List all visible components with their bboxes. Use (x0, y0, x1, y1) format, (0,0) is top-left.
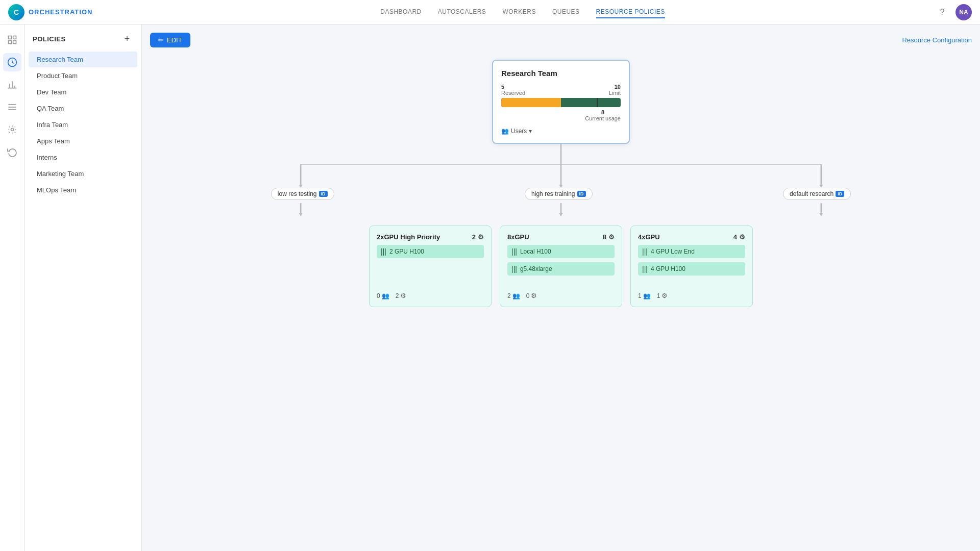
sidebar-item-product-team[interactable]: Product Team (29, 68, 137, 84)
chevron-down-icon: ▾ (529, 128, 532, 135)
app-logo: C (8, 4, 24, 20)
footer-users-2xgpu: 0 👥 (377, 292, 389, 299)
footer-tasks-2xgpu: 2 ⚙ (396, 292, 407, 299)
resource-card-4xgpu-footer: 1 👥 1 ⚙ (638, 290, 745, 299)
resource-card-2xgpu-count: 2 ⚙ (472, 233, 484, 241)
top-nav: C ORCHESTRATION DASHBOARD AUTOSCALERS WO… (0, 0, 980, 24)
iconbar-item-5[interactable] (3, 120, 21, 139)
queue-label-low-res[interactable]: low res testing ID (271, 188, 334, 200)
resource-card-4xgpu-count: 4 ⚙ (733, 233, 745, 241)
sidebar-item-apps-team[interactable]: Apps Team (29, 133, 137, 149)
resource-item-2gpu-h100: ||| 2 GPU H100 (377, 245, 484, 258)
users-footer-icon-4xgpu: 👥 (643, 292, 651, 299)
help-icon-btn[interactable]: ? (935, 5, 949, 19)
resource-card-4xgpu: 4xGPU 4 ⚙ ||| 4 GPU Low End ||| 4 GPU H1… (630, 226, 753, 307)
usage-bar-current-marker (597, 98, 598, 107)
root-node-research-team: Research Team 5 Reserved 10 Limit (492, 60, 630, 144)
usage-bar-reserved (501, 98, 561, 107)
sidebar-item-interns[interactable]: Interns (29, 149, 137, 165)
footer-tasks-4xgpu: 1 ⚙ (657, 292, 668, 299)
queue-label-default-research[interactable]: default research ID (783, 188, 851, 200)
nav-autoscalers[interactable]: AUTOSCALERS (438, 6, 486, 18)
resource-card-8xgpu-count: 8 ⚙ (603, 233, 615, 241)
gpu-bar-icon-4: ||| (642, 247, 648, 256)
usage-labels: 5 Reserved 10 Limit (501, 84, 621, 96)
main-content: ✏ EDIT Resource Configuration Research T… (142, 24, 980, 551)
resource-card-4xgpu-title: 4xGPU (638, 233, 660, 241)
nav-resource-policies[interactable]: RESOURCE POLICIES (596, 6, 665, 18)
resource-item-g548xlarge: ||| g5.48xlarge (507, 262, 615, 276)
nav-queues[interactable]: QUEUES (552, 6, 580, 18)
nav-workers[interactable]: WORKERS (502, 6, 536, 18)
gear-icon-8xgpu[interactable]: ⚙ (608, 233, 615, 241)
sidebar-item-dev-team[interactable]: Dev Team (29, 84, 137, 100)
sidebar-header: POLICIES + (24, 33, 141, 51)
nav-right: ? NA (935, 4, 972, 20)
sidebar: POLICIES + Research Team Product Team De… (24, 24, 142, 551)
svg-marker-22 (819, 213, 823, 216)
svg-rect-1 (13, 36, 16, 39)
edit-button[interactable]: ✏ EDIT (150, 33, 190, 47)
tree-container: Research Team 5 Reserved 10 Limit (150, 60, 972, 307)
tasks-footer-icon-8xgpu: ⚙ (531, 292, 537, 299)
add-policy-button[interactable]: + (121, 33, 133, 45)
nav-dashboard[interactable]: DASHBOARD (380, 6, 422, 18)
iconbar-item-6[interactable] (3, 143, 21, 161)
gpu-bar-icon-2: ||| (511, 247, 517, 256)
svg-rect-2 (8, 41, 11, 44)
footer-users-4xgpu: 1 👥 (638, 292, 651, 299)
resource-card-4xgpu-header: 4xGPU 4 ⚙ (638, 233, 745, 241)
sidebar-item-marketing-team[interactable]: Marketing Team (29, 166, 137, 182)
nav-links: DASHBOARD AUTOSCALERS WORKERS QUEUES RES… (110, 6, 935, 18)
users-footer-icon-8xgpu: 👥 (512, 292, 520, 299)
gear-icon-4xgpu[interactable]: ⚙ (739, 233, 745, 241)
footer-tasks-8xgpu: 0 ⚙ (526, 292, 537, 299)
resource-item-local-h100: ||| Local H100 (507, 245, 615, 258)
tasks-footer-icon-4xgpu: ⚙ (662, 292, 668, 299)
iconbar-item-4[interactable] (3, 98, 21, 116)
tasks-footer-icon-2xgpu: ⚙ (400, 292, 406, 299)
resource-card-2xgpu: 2xGPU High Priority 2 ⚙ ||| 2 GPU H100 0 (369, 226, 492, 307)
icon-bar (0, 24, 24, 551)
gpu-bar-icon-3: ||| (511, 265, 517, 273)
help-icon: ? (940, 8, 945, 17)
gear-icon-2xgpu[interactable]: ⚙ (478, 233, 484, 241)
resource-card-2xgpu-header: 2xGPU High Priority 2 ⚙ (377, 233, 484, 241)
usage-bar-track (501, 98, 621, 107)
root-users-dropdown[interactable]: 👥 Users ▾ (501, 128, 621, 135)
app-title: ORCHESTRATION (29, 8, 92, 16)
iconbar-item-2[interactable] (3, 53, 21, 71)
resource-config-link[interactable]: Resource Configuration (902, 36, 972, 44)
sidebar-item-research-team[interactable]: Research Team (29, 52, 137, 67)
resource-item-4gpu-h100: ||| 4 GPU H100 (638, 262, 745, 276)
resource-card-2xgpu-footer: 0 👥 2 ⚙ (377, 290, 484, 299)
resource-card-8xgpu-header: 8xGPU 8 ⚙ (507, 233, 615, 241)
gpu-bar-icon-5: ||| (642, 265, 648, 273)
queue-labels-row: low res testing ID high res training ID … (150, 188, 972, 200)
connector-svg (150, 144, 972, 226)
queue-label-high-res[interactable]: high res training ID (525, 188, 592, 200)
resource-cards-row: 2xGPU High Priority 2 ⚙ ||| 2 GPU H100 0 (150, 226, 972, 307)
footer-users-8xgpu: 2 👥 (507, 292, 520, 299)
tree-connectors: low res testing ID high res training ID … (150, 144, 972, 226)
iconbar-item-3[interactable] (3, 76, 21, 94)
resource-card-8xgpu: 8xGPU 8 ⚙ ||| Local H100 ||| g5.48xlarge (500, 226, 622, 307)
layout: POLICIES + Research Team Product Team De… (0, 24, 980, 551)
gpu-bar-icon: ||| (381, 247, 386, 256)
resource-card-8xgpu-footer: 2 👥 0 ⚙ (507, 290, 615, 299)
svg-rect-3 (13, 41, 16, 44)
user-avatar[interactable]: NA (955, 4, 972, 20)
resource-card-8xgpu-title: 8xGPU (507, 233, 529, 241)
sidebar-item-mlops-team[interactable]: MLOps Team (29, 182, 137, 198)
users-footer-icon: 👥 (382, 292, 389, 299)
root-node-title: Research Team (501, 69, 621, 78)
sidebar-item-infra-team[interactable]: Infra Team (29, 117, 137, 133)
resource-card-2xgpu-title: 2xGPU High Priority (377, 233, 440, 241)
resource-item-4gpu-low-end: ||| 4 GPU Low End (638, 245, 745, 258)
iconbar-item-1[interactable] (3, 31, 21, 49)
usage-bar-container: 5 Reserved 10 Limit (501, 84, 621, 121)
logo-area: C ORCHESTRATION (8, 4, 110, 20)
sidebar-item-qa-team[interactable]: QA Team (29, 101, 137, 116)
svg-marker-21 (559, 213, 562, 216)
svg-point-8 (11, 129, 13, 131)
